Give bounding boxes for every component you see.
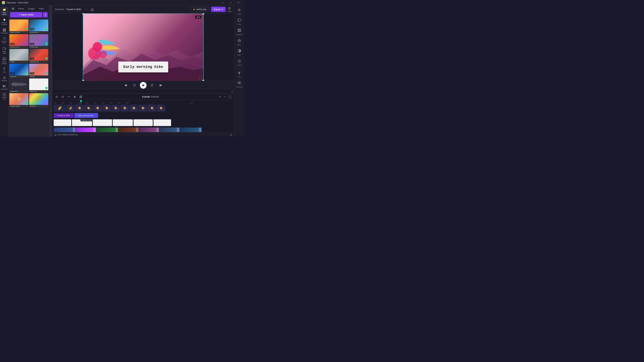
cut-button[interactable]: ✂ bbox=[66, 94, 71, 99]
seg-handle-7[interactable]: ⋮ bbox=[199, 128, 202, 132]
sticker-chip-3-btn[interactable]: ✕ bbox=[82, 105, 84, 107]
paper-chip-6[interactable] bbox=[154, 119, 171, 126]
sticker-chip-8-btn[interactable]: ✕ bbox=[127, 105, 129, 107]
tab-all[interactable]: All bbox=[10, 7, 16, 11]
skip-forward-button[interactable] bbox=[158, 82, 163, 88]
breadcrumb-current[interactable]: Travels in 2022 bbox=[66, 8, 81, 10]
right-tool-filters[interactable]: Filters bbox=[235, 37, 244, 47]
paper-chip-5[interactable] bbox=[134, 119, 153, 126]
sticker-chip-4-btn[interactable]: ✕ bbox=[91, 105, 93, 107]
handle-bottom-left[interactable] bbox=[82, 80, 84, 81]
sidebar-item-stock-video[interactable]: Stock video bbox=[0, 46, 8, 55]
sidebar-item-graphics[interactable]: Graphics bbox=[0, 75, 8, 83]
fit-zoom-button[interactable] bbox=[228, 95, 232, 99]
sticker-chip-9[interactable]: 🎨✕ bbox=[130, 105, 138, 112]
switch-plan-button[interactable]: ★ Switch plan bbox=[190, 7, 209, 12]
video-segment-7[interactable]: ⋮ bbox=[180, 128, 202, 132]
seg-handle-5[interactable]: ⋮ bbox=[156, 128, 159, 132]
sticker-chip-12-btn[interactable]: ✕ bbox=[163, 105, 165, 107]
right-tool-text[interactable]: T Text bbox=[235, 70, 244, 79]
seg-handle-1[interactable]: ⋮ bbox=[73, 128, 76, 132]
sticker-chip-6[interactable]: 🎨✕ bbox=[102, 105, 111, 112]
sidebar-item-stock-images[interactable]: Stock images bbox=[0, 56, 8, 65]
seg-handle-6[interactable]: ⋮ bbox=[177, 128, 180, 132]
sticker-chip-10[interactable]: 🎨✕ bbox=[138, 105, 147, 112]
right-tool-fade[interactable]: Fade bbox=[235, 48, 244, 57]
handle-top-left[interactable] bbox=[82, 13, 84, 14]
panel-collapse-button[interactable]: ‹ bbox=[49, 5, 52, 137]
media-item-rainbow[interactable]: 🌈 Rainbow bbox=[29, 93, 48, 107]
export-button[interactable]: Export ▾ bbox=[211, 7, 226, 12]
sticker-chip-2[interactable]: 🌈✕ bbox=[66, 105, 75, 112]
sticker-chip-rainbow[interactable]: 🌈 ✕ bbox=[54, 105, 66, 112]
sticker-chip-12[interactable]: 🎨✕ bbox=[157, 105, 165, 112]
video-segment-5[interactable]: ⋮ bbox=[139, 128, 159, 132]
redo-button[interactable] bbox=[60, 94, 65, 99]
sidebar-item-templates[interactable]: Templates bbox=[0, 27, 8, 35]
close-button[interactable]: ✕ bbox=[234, 0, 242, 5]
paper-chip-2[interactable] bbox=[72, 119, 92, 126]
collapse-timeline-button[interactable]: ▾ bbox=[232, 90, 233, 93]
sticker-chip-2-btn[interactable]: ✕ bbox=[72, 105, 75, 107]
media-item-cloudy[interactable]: Cloudy... 2:14 ✓ bbox=[29, 64, 48, 78]
video-segment-1[interactable]: ⋮ bbox=[54, 128, 76, 132]
maximize-button[interactable]: □ bbox=[227, 0, 234, 5]
video-segment-6[interactable]: ⋮ bbox=[159, 128, 180, 132]
undo-button[interactable] bbox=[54, 94, 59, 99]
media-item-foggy[interactable]: Foggy... bbox=[10, 49, 28, 63]
backup-collapse-button[interactable]: ▲ bbox=[230, 133, 232, 136]
rewind-button[interactable] bbox=[132, 82, 137, 88]
zoom-out-button[interactable]: − bbox=[223, 95, 227, 99]
sidebar-item-text[interactable]: T Text bbox=[0, 66, 8, 74]
video-segment-3[interactable]: ⋮ bbox=[96, 128, 118, 132]
handle-bottom-right[interactable] bbox=[202, 80, 204, 81]
sticker-chip-9-btn[interactable]: ✕ bbox=[136, 105, 138, 107]
tab-images[interactable]: Images bbox=[26, 7, 36, 11]
right-tool-transition[interactable]: Transition bbox=[235, 80, 244, 89]
media-item-papertear[interactable]: Paper tear ✓ bbox=[29, 78, 48, 92]
sticker-chip-5-btn[interactable]: ✕ bbox=[100, 105, 102, 107]
paper-chip-3[interactable] bbox=[93, 119, 112, 126]
sticker-chip-3[interactable]: 🎨✕ bbox=[75, 105, 84, 112]
media-item-boarding[interactable]: Boarding the... 0:18 ✓ bbox=[29, 19, 48, 33]
import-media-button[interactable]: + Import media bbox=[10, 12, 42, 17]
duplicate-button[interactable] bbox=[78, 94, 83, 99]
sidebar-item-brand-kit[interactable]: Brandkit bbox=[0, 92, 8, 101]
media-item-onroad[interactable]: On the road 0:16 ✓ bbox=[29, 34, 48, 48]
tab-audio[interactable]: Audio bbox=[37, 7, 46, 11]
paper-chip-4[interactable] bbox=[113, 119, 133, 126]
video-segment-2[interactable]: ⋮ bbox=[76, 128, 96, 132]
sidebar-item-your-media[interactable]: 📁 Your media bbox=[0, 7, 8, 16]
sticker-chip-8[interactable]: 🎨✕ bbox=[120, 105, 129, 112]
media-item-exploring[interactable]: Exploring the... 1:53 ✓ bbox=[29, 49, 48, 63]
skip-back-button[interactable] bbox=[123, 82, 129, 88]
sticker-delete-button[interactable]: ✕ bbox=[63, 105, 66, 107]
cloud-save-button[interactable] bbox=[90, 7, 94, 12]
sticker-chip-7[interactable]: 🎨✕ bbox=[111, 105, 120, 112]
delete-button[interactable]: 🗑 bbox=[72, 94, 77, 99]
seg-handle-3[interactable]: ⋮ bbox=[116, 128, 118, 132]
more-options-button[interactable]: ⋯ bbox=[84, 7, 88, 12]
right-tool-color[interactable]: Color bbox=[235, 17, 244, 26]
sidebar-item-record-create[interactable]: ⏺ Record& create bbox=[0, 17, 8, 26]
seg-handle-4[interactable]: ⋮ bbox=[136, 128, 138, 132]
handle-top-right[interactable] bbox=[202, 13, 204, 14]
forward-button[interactable] bbox=[149, 82, 155, 88]
zoom-in-button[interactable]: + bbox=[218, 95, 222, 99]
sticker-chip-10-btn[interactable]: ✕ bbox=[145, 105, 147, 107]
media-item-fastlane[interactable]: Fast lane 1:41 ✓ bbox=[10, 64, 28, 78]
sticker-chip-5[interactable]: 🎨✕ bbox=[93, 105, 102, 112]
media-item-sunrise[interactable]: Sunrise on th... 3:45 bbox=[10, 34, 28, 48]
sticker-chip-11[interactable]: 🎨✕ bbox=[148, 105, 156, 112]
paper-chip-1[interactable] bbox=[54, 119, 71, 126]
sticker-chip-6-btn[interactable]: ✕ bbox=[109, 105, 111, 107]
minimize-button[interactable]: — bbox=[219, 0, 227, 5]
text-chip-travels[interactable]: T Travels in 2022 bbox=[54, 113, 74, 118]
right-tool-transform[interactable]: Transform bbox=[235, 27, 244, 37]
video-segment-4[interactable]: ⋮ bbox=[118, 128, 138, 132]
play-button[interactable] bbox=[140, 82, 146, 89]
media-item-organic[interactable]: 🎨 Organic paste... ✓ bbox=[10, 93, 28, 107]
sticker-chip-11-btn[interactable]: ✕ bbox=[154, 105, 156, 107]
text-chip-morning[interactable]: T Early morning hike bbox=[74, 113, 98, 118]
fullscreen-button[interactable]: ⛶ bbox=[199, 76, 202, 79]
